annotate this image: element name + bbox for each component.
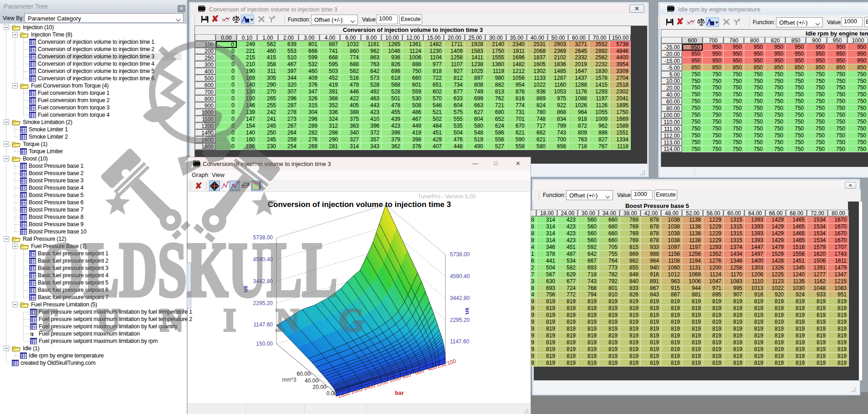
svg-text:5738.00: 5738.00 xyxy=(253,234,273,241)
svg-text:2295.20: 2295.20 xyxy=(253,300,273,306)
svg-text:Conversion of injection volume: Conversion of injection volume to inject… xyxy=(268,200,451,209)
svg-text:5738.00: 5738.00 xyxy=(450,251,470,258)
svg-text:20.00: 20.00 xyxy=(313,384,327,390)
svg-text:1147.60: 1147.60 xyxy=(254,321,273,328)
svg-text:2295.20: 2295.20 xyxy=(450,317,470,323)
svg-text:100: 100 xyxy=(446,358,457,367)
svg-text:us: us xyxy=(463,307,470,314)
svg-text:mm*3: mm*3 xyxy=(282,377,296,383)
svg-text:4590.40: 4590.40 xyxy=(450,273,470,279)
svg-text:40.00: 40.00 xyxy=(305,378,318,384)
svg-text:bar: bar xyxy=(395,389,404,396)
svg-text:60.00: 60.00 xyxy=(297,371,311,377)
svg-text:150.00: 150.00 xyxy=(256,341,273,347)
svg-text:1147.60: 1147.60 xyxy=(450,338,470,345)
svg-text:3442.80: 3442.80 xyxy=(450,295,470,301)
svg-text:3442.80: 3442.80 xyxy=(253,278,273,285)
svg-text:TunerPro - Version 5.00: TunerPro - Version 5.00 xyxy=(418,193,476,200)
svg-text:4590.40: 4590.40 xyxy=(253,256,273,263)
svg-text:us: us xyxy=(242,285,249,292)
